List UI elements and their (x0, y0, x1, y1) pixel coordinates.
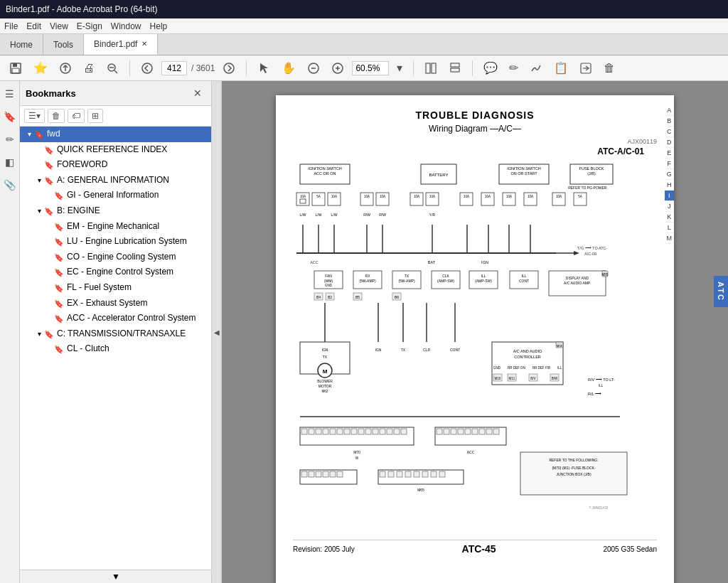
bookmarks-panel-icon[interactable]: 🔖 (1, 108, 18, 125)
svg-rect-198 (439, 471, 445, 477)
delete-button[interactable]: 🗑 (600, 60, 619, 77)
svg-rect-180 (486, 429, 492, 434)
svg-text:GND: GND (325, 284, 333, 287)
svg-text:TX: TX (401, 348, 406, 352)
share-button[interactable] (576, 60, 596, 77)
bookmark-em[interactable]: 🔖 EM - Engine Mechanical (20, 219, 211, 235)
menu-window[interactable]: Window (111, 21, 141, 31)
tab-binder[interactable]: Binder1.pdf ✕ (84, 34, 158, 55)
bookmarks-delete-button[interactable]: 🗑 (48, 109, 65, 123)
bookmark-icon-ex: 🔖 (54, 299, 64, 309)
pencil-button[interactable]: ✏ (505, 59, 522, 77)
svg-text:M11: M11 (509, 377, 515, 380)
svg-text:IGNITION SWITCH: IGNITION SWITCH (507, 166, 541, 171)
bookmarks-close-button[interactable]: ✕ (190, 85, 205, 101)
bookmark-icon-gi: 🔖 (54, 191, 64, 200)
toggle-fwd[interactable]: ▾ (24, 129, 34, 139)
bookmark-acc[interactable]: 🔖 ACC - Accelerator Control System (20, 311, 211, 326)
svg-rect-17 (451, 63, 459, 67)
bookmark-cl[interactable]: 🔖 CL - Clutch (20, 341, 211, 357)
hand-tool-button[interactable]: ✋ (278, 59, 299, 77)
svg-text:M62: M62 (322, 390, 328, 393)
svg-text:A/C-09: A/C-09 (584, 252, 596, 256)
signatures-icon[interactable]: ✏ (1, 131, 18, 148)
tab-close-button[interactable]: ✕ (141, 40, 147, 48)
bookmark-ex[interactable]: 🔖 EX - Exhaust System (20, 296, 211, 311)
svg-rect-194 (405, 471, 411, 477)
bookmark-label-gen-info: A: GENERAL INFORMATION (57, 175, 208, 186)
next-page-button[interactable] (219, 60, 239, 77)
svg-rect-1 (13, 63, 17, 67)
cursor-tool-button[interactable] (254, 60, 274, 77)
bookmark-icon-engine: 🔖 (44, 206, 54, 216)
zoom-dropdown-button[interactable]: ▾ (393, 59, 406, 77)
atc-tab[interactable]: ATC (714, 276, 728, 307)
bookmark-quick-ref[interactable]: 🔖 QUICK REFERENCE INDEX (20, 142, 211, 158)
bookmark-trans[interactable]: ▾ 🔖 C: TRANSMISSION/TRANSAXLE (20, 326, 211, 342)
svg-point-8 (224, 63, 234, 73)
toggle-trans[interactable]: ▾ (34, 329, 44, 338)
layers-icon[interactable]: ◧ (1, 154, 18, 171)
bookmarks-panel: Bookmarks ✕ ☰▾ 🗑 🏷 ⊞ ▾ 🔖 fwd 🔖 QUICK REF… (20, 81, 212, 583)
prev-page-button[interactable] (137, 60, 157, 77)
scroll-button[interactable] (445, 60, 465, 77)
menu-view[interactable]: View (50, 21, 68, 31)
pdf-viewer[interactable]: A B C D E F G H I J K L M TROUBLE DIAGNO… (222, 81, 728, 583)
svg-text:10A: 10A (556, 195, 562, 198)
svg-text:(5W-AMP): (5W-AMP) (398, 279, 415, 283)
bookmark-label-lu: LU - Engine Lubrication System (67, 236, 208, 247)
pages-icon[interactable]: ☰ (1, 85, 18, 102)
print-button[interactable]: 🖨 (80, 60, 98, 77)
svg-rect-181 (493, 429, 499, 434)
bookmark-fl[interactable]: 🔖 FL - Fuel System (20, 280, 211, 296)
svg-rect-197 (431, 471, 437, 477)
letter-F: F (665, 159, 675, 169)
zoom-plus-button[interactable] (328, 60, 348, 77)
bookmark-gi[interactable]: 🔖 GI - General Information (20, 188, 211, 203)
tab-tools[interactable]: Tools (43, 34, 84, 55)
signature-button[interactable] (526, 60, 546, 77)
toolbar: ⭐ 🖨 / 3601 ✋ ▾ 💬 ✏ � (0, 55, 728, 81)
svg-rect-156 (309, 429, 314, 434)
bookmark-icon-gen-info: 🔖 (44, 176, 54, 186)
menu-help[interactable]: Help (150, 21, 168, 31)
svg-text:IGN: IGN (322, 348, 328, 352)
attachments-icon[interactable]: 📎 (1, 176, 18, 193)
zoom-input[interactable] (352, 61, 389, 75)
letter-index: A B C D E F G H I J K L M (665, 105, 675, 244)
svg-rect-160 (337, 429, 343, 434)
svg-text:10A: 10A (429, 195, 435, 198)
svg-text:IGN: IGN (375, 348, 382, 352)
page-number-input[interactable] (161, 61, 187, 75)
bookmark-fwd[interactable]: ▾ 🔖 fwd (20, 127, 211, 142)
bookmark-ec[interactable]: 🔖 EC - Engine Control System (20, 264, 211, 280)
comment-button[interactable]: 💬 (480, 59, 501, 77)
zoom-out-button[interactable] (102, 60, 122, 77)
bookmarks-scroll-down[interactable]: ▼ (20, 569, 212, 583)
zoom-minus-button[interactable] (304, 60, 323, 77)
menu-edit[interactable]: Edit (26, 21, 41, 31)
svg-text:R/W: R/W (379, 213, 386, 217)
bookmark-star-button[interactable]: ⭐ (30, 59, 51, 77)
svg-rect-192 (388, 471, 394, 477)
bookmark-gen-info[interactable]: ▾ 🔖 A: GENERAL INFORMATION (20, 173, 211, 188)
tab-home[interactable]: Home (0, 34, 43, 55)
layout-button[interactable] (421, 60, 441, 77)
stamp-button[interactable]: 📋 (550, 59, 572, 77)
toggle-engine[interactable]: ▾ (34, 206, 44, 215)
bookmark-engine[interactable]: ▾ 🔖 B: ENGINE (20, 203, 211, 219)
save-button[interactable] (6, 60, 26, 77)
upload-button[interactable] (55, 60, 75, 77)
bookmark-co[interactable]: 🔖 CO - Engine Cooling System (20, 250, 211, 265)
svg-text:10A: 10A (464, 195, 469, 198)
bookmark-lu[interactable]: 🔖 LU - Engine Lubrication System (20, 234, 211, 250)
bookmarks-menu-button[interactable]: ☰▾ (24, 109, 45, 123)
bookmarks-expand-button[interactable]: ⊞ (87, 109, 103, 123)
bookmark-foreword[interactable]: 🔖 FOREWORD (20, 157, 211, 173)
panel-collapse-button[interactable]: ◀ (212, 81, 222, 583)
menu-file[interactable]: File (4, 21, 18, 31)
menu-esign[interactable]: E-Sign (77, 21, 102, 31)
bookmark-label-em: EM - Engine Mechanical (67, 221, 208, 232)
toggle-gen-info[interactable]: ▾ (34, 176, 44, 185)
bookmarks-tag-button[interactable]: 🏷 (68, 109, 85, 123)
